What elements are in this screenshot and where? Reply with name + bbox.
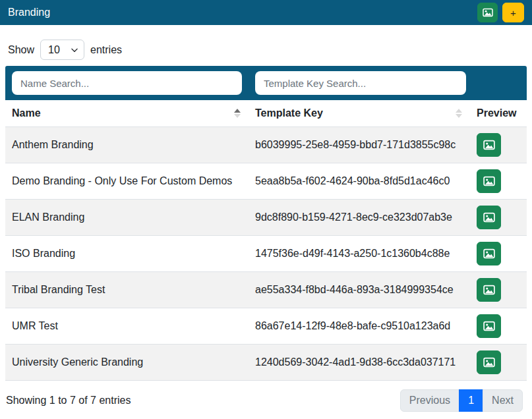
image-icon xyxy=(483,7,493,18)
brand-name-cell: UMR Test xyxy=(5,308,249,344)
brand-name-cell: Tribal Branding Test xyxy=(5,271,249,308)
table-row: Tribal Branding Test ae55a334-f8bd-446a-… xyxy=(5,271,527,308)
preview-button[interactable] xyxy=(477,314,501,338)
template-key-cell: ae55a334-f8bd-446a-893a-3184999354ce xyxy=(249,271,470,308)
image-icon xyxy=(483,356,495,368)
table-row: Anthem Branding b6039995-25e8-4959-bbd7-… xyxy=(5,126,527,163)
sort-both-icon xyxy=(456,109,462,118)
table-body: Anthem Branding b6039995-25e8-4959-bbd7-… xyxy=(5,126,527,380)
preview-cell xyxy=(470,163,527,199)
preview-cell xyxy=(470,271,527,308)
preview-button[interactable] xyxy=(477,242,501,265)
topbar-actions: + xyxy=(477,3,524,22)
brand-name-cell: Anthem Branding xyxy=(5,126,249,163)
preview-button[interactable] xyxy=(477,350,501,374)
sort-ascending-icon xyxy=(234,109,241,118)
pagination: Previous 1 Next xyxy=(400,389,523,412)
image-icon xyxy=(483,211,495,223)
image-icon xyxy=(483,139,495,151)
entries-select[interactable]: 10 xyxy=(40,40,84,60)
table-row: ISO Branding 1475f36e-d49f-4143-a250-1c1… xyxy=(5,235,527,271)
table-length-control: Show 10 entries xyxy=(8,40,524,60)
column-header-preview-label: Preview xyxy=(477,107,516,119)
template-key-cell: 5eaa8b5a-f602-4624-90ba-8fd5d1ac46c0 xyxy=(249,163,470,199)
column-header-template-key-label: Template Key xyxy=(255,107,323,119)
table-header-row: Name Template Key Preview xyxy=(5,100,527,126)
preview-cell xyxy=(470,126,527,163)
brand-name-cell: Demo Branding - Only Use For Custom Demo… xyxy=(5,163,249,199)
branding-table: Name Template Key Preview Anthem Brandin… xyxy=(5,100,527,381)
template-key-cell: b6039995-25e8-4959-bbd7-171d3855c98c xyxy=(249,126,470,163)
show-label: Show xyxy=(8,44,34,56)
page-title: Branding xyxy=(8,7,50,18)
column-header-preview: Preview xyxy=(470,100,527,126)
preview-button[interactable] xyxy=(477,206,501,229)
preview-button[interactable] xyxy=(477,278,501,302)
column-header-name-label: Name xyxy=(12,107,41,119)
table-info: Showing 1 to 7 of 7 entries xyxy=(6,395,131,406)
template-key-cell: 1475f36e-d49f-4143-a250-1c1360b4c88e xyxy=(249,235,470,271)
page-1-button[interactable]: 1 xyxy=(459,389,483,412)
table-row: UMR Test 86a67e14-12f9-48e8-bafe-c9510a1… xyxy=(5,308,527,344)
preview-button[interactable] xyxy=(477,169,501,193)
preview-cell xyxy=(470,235,527,271)
template-key-cell: 9dc8f890-b159-4271-8ec9-ce323d07ab3e xyxy=(249,199,470,235)
table-row: ELAN Branding 9dc8f890-b159-4271-8ec9-ce… xyxy=(5,199,527,235)
preview-cell xyxy=(470,308,527,344)
template-key-search-input[interactable] xyxy=(255,71,466,95)
topbar: Branding + xyxy=(0,0,532,25)
image-icon xyxy=(483,320,495,332)
template-key-cell: 86a67e14-12f9-48e8-bafe-c9510a123a6d xyxy=(249,308,470,344)
name-search-input[interactable] xyxy=(12,71,242,95)
next-page-button[interactable]: Next xyxy=(483,389,523,412)
preview-cell xyxy=(470,344,527,380)
brand-name-cell: University Generic Branding xyxy=(5,344,249,380)
preview-brandings-button[interactable] xyxy=(477,3,498,22)
entries-select-wrap: 10 xyxy=(40,40,84,60)
brand-name-cell: ISO Branding xyxy=(5,235,249,271)
image-icon xyxy=(483,248,495,260)
branding-card: Name Template Key Preview Anthem Brandin… xyxy=(5,66,527,412)
column-header-template-key[interactable]: Template Key xyxy=(249,100,470,126)
brand-name-cell: ELAN Branding xyxy=(5,199,249,235)
image-icon xyxy=(483,175,495,187)
template-key-cell: 1240d569-3042-4ad1-9d38-6cc3da037171 xyxy=(249,344,470,380)
add-branding-button[interactable]: + xyxy=(502,3,524,22)
table-footer: Showing 1 to 7 of 7 entries Previous 1 N… xyxy=(6,389,527,412)
table-row: Demo Branding - Only Use For Custom Demo… xyxy=(5,163,527,199)
preview-cell xyxy=(470,199,527,235)
preview-button[interactable] xyxy=(477,133,501,157)
entries-label: entries xyxy=(90,44,122,56)
column-search-bar xyxy=(5,66,527,100)
table-row: University Generic Branding 1240d569-304… xyxy=(5,344,527,380)
column-header-name[interactable]: Name xyxy=(5,100,249,126)
image-icon xyxy=(483,284,495,296)
previous-page-button[interactable]: Previous xyxy=(400,389,459,412)
